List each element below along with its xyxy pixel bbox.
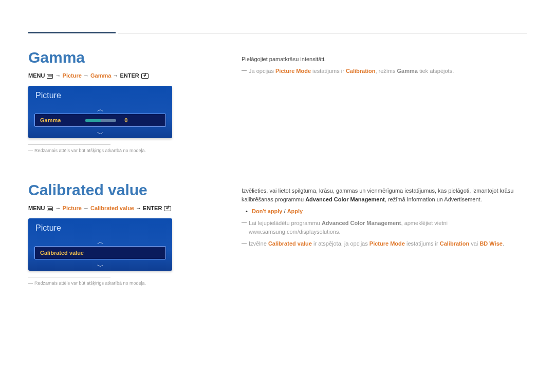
gamma-note-text: Ja opcijas xyxy=(249,68,275,74)
gamma-section: Gamma MENU → Picture → Gamma → ENTER Pic… xyxy=(28,49,527,153)
breadcrumb-arrow: → xyxy=(111,72,120,79)
calibrated-right-column: Izvēlieties, vai lietot spilgtuma, krāsu… xyxy=(242,186,527,251)
bd-wise-label: BD Wise xyxy=(479,240,503,247)
gamma-selected-row[interactable]: Gamma 0 xyxy=(34,114,166,127)
calibrated-picture-panel: Picture ︿ Calibrated value ﹀ xyxy=(28,218,172,271)
panel-chevron-up-row: ︿ xyxy=(28,237,172,246)
breadcrumb-picture: Picture xyxy=(63,205,82,211)
apply-bullet: Don't apply / Apply xyxy=(242,207,527,216)
breadcrumb-arrow: → xyxy=(134,205,143,211)
note-text: . xyxy=(503,240,504,247)
header-divider xyxy=(118,33,527,33)
gamma-slider[interactable] xyxy=(85,119,116,122)
panel-chevron-down-row: ﹀ xyxy=(28,129,172,138)
menu-icon xyxy=(47,207,53,211)
calibrated-desc: Izvēlieties, vai lietot spilgtuma, krāsu… xyxy=(242,186,527,204)
calibrated-section: Calibrated value MENU → Picture → Calibr… xyxy=(28,181,527,286)
calibrated-note-disabled: Izvēlne Calibrated value ir atspējota, j… xyxy=(242,239,527,248)
breadcrumb-enter-label: ENTER xyxy=(120,72,139,79)
sub-divider xyxy=(28,277,110,277)
breadcrumb-arrow: → xyxy=(55,205,63,211)
enter-icon xyxy=(164,206,171,211)
acm-label: Advanced Color Management xyxy=(322,220,401,226)
gamma-panel-footnote: Redzamais attēls var būt atšķirīgs atkar… xyxy=(28,148,527,153)
breadcrumb-menu-label: MENU xyxy=(28,205,45,211)
gamma-row-value: 0 xyxy=(120,117,127,123)
breadcrumb-arrow: → xyxy=(82,72,90,79)
chevron-up-icon[interactable]: ︿ xyxy=(97,105,104,114)
breadcrumb-calibrated: Calibrated value xyxy=(90,205,134,211)
calibrated-row-label: Calibrated value xyxy=(40,250,84,256)
note-text: iestatījums ir xyxy=(405,240,440,247)
page-content: Gamma MENU → Picture → Gamma → ENTER Pic… xyxy=(28,49,527,314)
header-accent-bar xyxy=(28,32,116,33)
note-text: Lai lejupielādētu programmu xyxy=(249,220,322,226)
picture-mode-label: Picture Mode xyxy=(369,240,405,247)
breadcrumb-arrow: → xyxy=(82,205,90,211)
gamma-note-text: , režīms xyxy=(375,68,397,74)
panel-chevron-down-row: ﹀ xyxy=(28,262,172,271)
gamma-right-column: Pielāgojiet pamatkrāsu intensitāti. Ja o… xyxy=(242,55,527,79)
panel-chevron-up-row: ︿ xyxy=(28,104,172,114)
calibrated-selected-row[interactable]: Calibrated value xyxy=(34,246,166,259)
dont-apply-option: Don't apply xyxy=(252,208,282,214)
gamma-label: Gamma xyxy=(397,68,418,74)
gamma-picture-panel: Picture ︿ Gamma 0 ﹀ xyxy=(28,86,172,138)
menu-icon xyxy=(47,74,53,79)
panel-title: Picture xyxy=(28,86,172,104)
enter-icon xyxy=(141,73,149,79)
chevron-down-icon[interactable]: ﹀ xyxy=(97,262,104,271)
gamma-row-label: Gamma xyxy=(40,117,61,123)
sub-divider xyxy=(28,144,110,145)
calibrated-value-label: Calibrated value xyxy=(268,240,312,247)
calibrated-note-download: Lai lejupielādētu programmu Advanced Col… xyxy=(242,219,527,236)
gamma-note: Ja opcijas Picture Mode iestatījums ir C… xyxy=(242,67,527,76)
acm-label: Advanced Color Management xyxy=(305,196,385,202)
calibration-label: Calibration xyxy=(346,68,375,74)
calibrated-panel-footnote: Redzamais attēls var būt atšķirīgs atkar… xyxy=(28,281,527,286)
apply-option: Apply xyxy=(287,208,303,214)
calibration-label: Calibration xyxy=(440,240,469,247)
picture-mode-label: Picture Mode xyxy=(275,68,311,74)
gamma-slider-fill xyxy=(85,119,101,122)
option-separator: / xyxy=(282,208,287,214)
breadcrumb-picture: Picture xyxy=(63,72,82,79)
chevron-down-icon[interactable]: ﹀ xyxy=(97,129,104,138)
chevron-up-icon[interactable]: ︿ xyxy=(97,237,104,247)
note-text: Izvēlne xyxy=(249,240,268,247)
note-text: ir atspējota, ja opcijas xyxy=(312,240,369,247)
breadcrumb-gamma: Gamma xyxy=(90,72,111,79)
gamma-note-text: iestatījums ir xyxy=(311,68,346,74)
breadcrumb-menu-label: MENU xyxy=(28,72,45,79)
calibrated-desc-text: , režīmā Information un Advertisement. xyxy=(385,196,482,202)
gamma-note-text: tiek atspējots. xyxy=(418,68,454,74)
panel-title: Picture xyxy=(28,218,172,237)
breadcrumb-arrow: → xyxy=(55,72,63,79)
breadcrumb-enter-label: ENTER xyxy=(143,205,162,211)
gamma-desc: Pielāgojiet pamatkrāsu intensitāti. xyxy=(242,55,527,64)
note-text: vai xyxy=(469,240,479,247)
